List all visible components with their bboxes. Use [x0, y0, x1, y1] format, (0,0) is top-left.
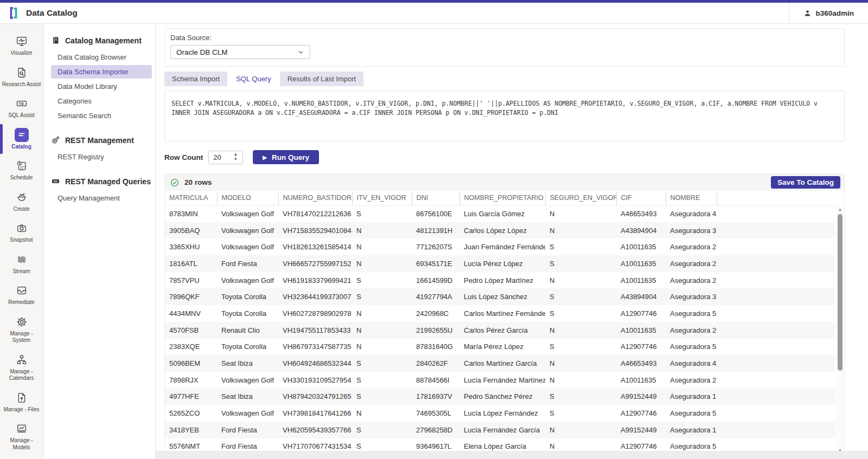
camera-icon — [15, 221, 29, 235]
rail-item-label: SQL Assist — [8, 112, 35, 119]
table-cell: 21992655U — [412, 322, 459, 339]
rail-item-manage-calendars[interactable]: Manage - Calendars — [0, 349, 43, 386]
table-cell: Carlos Martínez García — [459, 355, 545, 372]
sidebar-item-data-schema-importer[interactable]: Data Schema Importer — [51, 65, 152, 79]
rail-item-sql-assist[interactable]: SQLSQL Assist — [0, 93, 43, 123]
table-cell: 86756100E — [412, 205, 459, 222]
rail-item-snapshot[interactable]: Snapshot — [0, 217, 43, 248]
column-header-nombre: NOMBRE — [666, 191, 717, 205]
table-cell: A12907746 — [616, 305, 666, 322]
svg-text:SQL: SQL — [54, 180, 59, 183]
section-title-rest-managed-queries: SQLREST Managed Queries — [43, 177, 155, 186]
table-cell: VH879420324791265 — [278, 389, 352, 405]
table-cell: Aseguradora 5 — [666, 339, 717, 355]
rail-item-train[interactable]: Train — [0, 456, 43, 459]
table-cell: S — [352, 355, 412, 372]
vertical-scrollbar[interactable]: ▲ ▼ — [836, 206, 844, 454]
table-cell: Ford Fiesta — [217, 422, 278, 438]
main-content: Data Source: Oracle DB CLM Schema Import… — [156, 24, 868, 459]
sidebar-item-data-catalog-browser[interactable]: Data Catalog Browser — [51, 50, 152, 64]
user-menu[interactable]: b360admin — [789, 3, 868, 23]
table-cell: 3418YEB — [165, 422, 217, 438]
table-cell-empty — [717, 405, 835, 422]
run-query-button[interactable]: ▶ Run Query — [253, 150, 319, 164]
table-cell-empty — [717, 205, 835, 222]
table-cell: 74695305L — [412, 405, 459, 422]
table-cell-empty — [717, 222, 835, 239]
table-cell: N — [352, 322, 412, 339]
query-controls: Row Count ▲ ▼ ▶ Run Query — [164, 150, 845, 164]
rail-item-catalog[interactable]: Catalog — [0, 124, 43, 154]
table-cell: A43894904 — [616, 222, 666, 239]
rail-item-remediate[interactable]: Remediate — [0, 280, 43, 310]
table-cell-empty — [717, 305, 835, 322]
icon-rail: VisualizeResearch AssistSQLSQL AssistCat… — [0, 24, 43, 459]
scroll-up-icon[interactable]: ▲ — [836, 206, 844, 213]
table-cell: N — [545, 322, 616, 339]
table-cell: 87831640G — [412, 339, 459, 355]
rail-item-label: Snapshot — [10, 237, 33, 244]
sql-chip-icon: SQL — [15, 96, 29, 111]
sidebar-item-query-management[interactable]: Query Management — [51, 191, 152, 205]
table-cell-empty — [717, 422, 835, 438]
tab-schema-import[interactable]: Schema Import — [164, 72, 227, 86]
tab-results-of-last-import[interactable]: Results of Last Import — [280, 72, 363, 86]
table-cell: N — [545, 355, 616, 372]
table-cell-empty — [717, 288, 835, 305]
table-cell: 7896QKF — [165, 288, 217, 305]
column-header-matricula: MATRICULA — [165, 191, 217, 205]
section-title-rest-management: REST Management — [43, 135, 155, 145]
table-cell: A10011635 — [616, 322, 666, 339]
user-icon — [803, 9, 812, 17]
table-cell: VH620595439357766 — [278, 422, 352, 438]
rail-item-visualize[interactable]: Visualize — [0, 30, 43, 61]
column-header-nombre-propietario: NOMBRE_PROPIETARIO — [459, 191, 545, 205]
table-cell: N — [352, 238, 412, 255]
scrollbar-thumb[interactable] — [838, 214, 843, 371]
table-cell: Toyota Corolla — [217, 288, 278, 305]
row-count-status: 20 rows — [184, 178, 212, 186]
table-cell: Toyota Corolla — [217, 305, 278, 322]
table-cell: 5265ZCO — [165, 405, 217, 422]
app-logo-icon — [8, 6, 20, 20]
sidebar-item-data-model-library[interactable]: Data Model Library — [51, 80, 152, 93]
table-cell: N — [352, 255, 412, 272]
results-panel: 20 rows Save To Catalog MATRICULAMODELON… — [164, 173, 845, 455]
table-cell: VH715835529401084 — [278, 222, 352, 239]
table-cell: S — [545, 255, 616, 272]
table-cell: A99152449 — [616, 389, 666, 405]
table-cell: Aseguradora 2 — [666, 255, 717, 272]
rail-item-manage-models[interactable]: Manage - Models — [0, 418, 43, 455]
table-cell: Aseguradora 2 — [666, 272, 717, 289]
sql-chip-dark-icon: SQL — [51, 177, 60, 186]
rail-item-research-assist[interactable]: Research Assist — [0, 62, 43, 92]
sidebar-item-semantic-search[interactable]: Semantic Search — [51, 109, 152, 122]
table-cell: Aseguradora 4 — [666, 205, 717, 222]
catalog-book-icon — [15, 128, 29, 142]
rail-item-stream[interactable]: Stream — [0, 249, 43, 279]
table-row: 7857VPUVolkswagen GolfVH619183379699421S… — [165, 272, 835, 289]
table-cell: S — [545, 238, 616, 255]
rail-item-manage-system[interactable]: Manage - System — [0, 311, 43, 348]
table-cell: 1816ATL — [165, 255, 217, 272]
save-to-catalog-button[interactable]: Save To Catalog — [771, 176, 840, 189]
clock-calendar-icon — [15, 159, 29, 173]
stepper-down-icon[interactable]: ▼ — [229, 157, 241, 162]
tab-sql-query[interactable]: SQL Query — [228, 72, 279, 86]
row-count-input[interactable] — [209, 151, 229, 164]
table-cell-empty — [717, 389, 835, 405]
rail-item-manage-files[interactable]: Manage - Files — [0, 387, 43, 417]
table-cell: 3905BAQ — [165, 222, 217, 239]
table-cell: N — [545, 422, 616, 438]
table-cell: 48121391H — [412, 222, 459, 239]
rail-item-create[interactable]: Create — [0, 186, 43, 217]
sql-editor[interactable]: SELECT v.MATRICULA, v.MODELO, v.NUMERO_B… — [164, 90, 845, 141]
data-source-select[interactable]: Oracle DB CLM — [170, 45, 310, 59]
sidebar-item-categories[interactable]: Categories — [51, 94, 152, 108]
table-cell: VH604924686532344 — [278, 355, 352, 372]
table-cell: VH323644199373007 — [278, 288, 352, 305]
table-cell: 3365XHU — [165, 238, 217, 255]
table-cell: S — [545, 405, 616, 422]
sidebar-item-rest-registry[interactable]: REST Registry — [51, 150, 152, 164]
rail-item-schedule[interactable]: Schedule — [0, 155, 43, 185]
